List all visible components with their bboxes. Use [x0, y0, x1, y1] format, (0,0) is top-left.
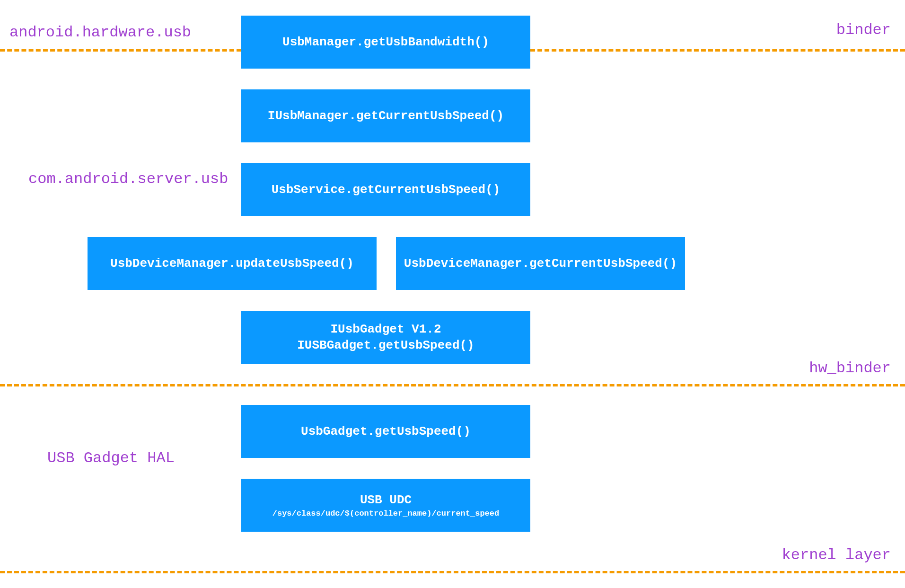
box-text: UsbDeviceManager.getCurrentUsbSpeed() [404, 256, 677, 271]
box-text-line1: USB UDC [360, 493, 412, 507]
box-text-line2: IUSBGadget.getUsbSpeed() [297, 338, 474, 352]
box-text: UsbManager.getUsbBandwidth() [282, 35, 489, 49]
box-usb-udc: USB UDC /sys/class/udc/$(controller_name… [241, 479, 530, 532]
label-android-hardware-usb: android.hardware.usb [9, 24, 191, 41]
label-com-android-server-usb: com.android.server.usb [28, 170, 228, 188]
dash-hwbinder [0, 384, 905, 386]
box-iusbmanager-getcurrentusbspeed: IUsbManager.getCurrentUsbSpeed() [241, 89, 530, 142]
box-text-line2: /sys/class/udc/$(controller_name)/curren… [272, 509, 499, 518]
box-usbdevicemanager-getcurrentusbspeed: UsbDeviceManager.getCurrentUsbSpeed() [396, 237, 685, 290]
box-text: UsbService.getCurrentUsbSpeed() [272, 183, 501, 197]
box-usbgadget-getusbspeed: UsbGadget.getUsbSpeed() [241, 405, 530, 458]
dash-binder-left [0, 49, 241, 52]
label-hw-binder: hw_binder [809, 360, 891, 377]
box-usbdevicemanager-updateusbspeed: UsbDeviceManager.updateUsbSpeed() [88, 237, 377, 290]
label-binder: binder [836, 21, 891, 39]
box-text: IUsbManager.getCurrentUsbSpeed() [268, 109, 504, 123]
box-iusbgadget: IUsbGadget V1.2 IUSBGadget.getUsbSpeed() [241, 311, 530, 364]
box-usbservice-getcurrentusbspeed: UsbService.getCurrentUsbSpeed() [241, 163, 530, 216]
dash-binder-right [530, 49, 905, 52]
dash-kernel [0, 571, 905, 573]
label-kernel-layer: kernel layer [782, 546, 891, 564]
label-usb-gadget-hal: USB Gadget HAL [47, 449, 175, 467]
box-usbmanager-getusbbandwidth: UsbManager.getUsbBandwidth() [241, 16, 530, 69]
box-text: UsbDeviceManager.updateUsbSpeed() [110, 256, 354, 271]
box-text-line1: IUsbGadget V1.2 [330, 322, 441, 336]
box-text: UsbGadget.getUsbSpeed() [301, 424, 471, 439]
